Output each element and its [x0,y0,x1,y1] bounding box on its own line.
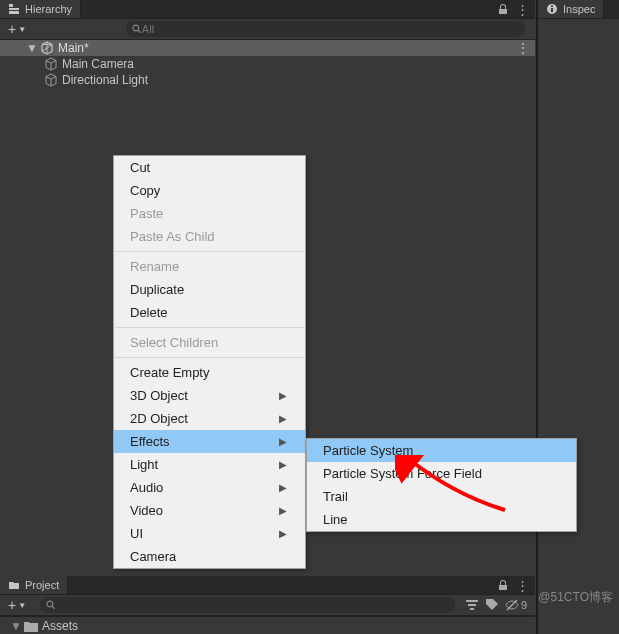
project-tab-label: Project [25,579,59,591]
submenu-arrow-icon: ▶ [279,528,287,539]
svg-point-2 [47,601,53,607]
filter-icon[interactable] [465,598,479,612]
menu-item-select-children: Select Children [114,331,305,354]
menu-item-create-empty[interactable]: Create Empty [114,361,305,384]
svg-point-0 [133,25,139,31]
unity-icon [40,41,54,55]
submenu-item-particle-system[interactable]: Particle System [307,439,576,462]
hierarchy-tab-bar: Hierarchy ⋮ [0,0,535,19]
submenu-arrow-icon: ▶ [279,482,287,493]
watermark: @51CTO博客 [538,589,613,606]
menu-item-ui[interactable]: UI▶ [114,522,305,545]
inspector-tab[interactable]: Inspec [538,0,604,18]
panel-menu-icon[interactable]: ⋮ [516,578,529,593]
folder-icon [8,579,20,591]
inspector-tab-label: Inspec [563,3,595,15]
menu-item-audio[interactable]: Audio▶ [114,476,305,499]
context-menu: Cut Copy Paste Paste As Child Rename Dup… [113,155,306,569]
assets-label: Assets [42,619,78,633]
scene-row[interactable]: ▼ Main* ⋮ [0,40,535,56]
add-button[interactable]: + ▼ [4,21,30,37]
svg-line-1 [138,30,140,32]
menu-item-camera[interactable]: Camera [114,545,305,568]
submenu-arrow-icon: ▶ [279,413,287,424]
gameobject-name: Directional Light [62,73,148,87]
submenu-arrow-icon: ▶ [279,390,287,401]
menu-item-delete[interactable]: Delete [114,301,305,324]
foldout-icon[interactable]: ▼ [26,41,36,55]
foldout-icon[interactable]: ▼ [10,619,20,633]
menu-item-video[interactable]: Video▶ [114,499,305,522]
gameobject-row[interactable]: Main Camera [0,56,535,72]
submenu-arrow-icon: ▶ [279,436,287,447]
inspector-panel: Inspec [536,0,619,634]
submenu-item-particle-force-field[interactable]: Particle System Force Field [307,462,576,485]
label-icon[interactable] [485,598,499,612]
plus-icon: + [8,597,16,613]
search-input[interactable] [56,599,449,611]
menu-item-rename: Rename [114,255,305,278]
menu-item-duplicate[interactable]: Duplicate [114,278,305,301]
gameobject-icon [44,73,58,87]
menu-item-effects[interactable]: Effects▶ [114,430,305,453]
gameobject-row[interactable]: Directional Light [0,72,535,88]
hierarchy-tab[interactable]: Hierarchy [0,0,81,18]
hierarchy-icon [8,3,20,15]
menu-item-paste: Paste [114,202,305,225]
dropdown-icon: ▼ [18,601,26,610]
svg-rect-4 [466,600,478,602]
project-panel: Project ⋮ + ▼ 9 [0,576,535,634]
menu-item-cut[interactable]: Cut [114,156,305,179]
menu-item-paste-as-child: Paste As Child [114,225,305,248]
menu-item-2d-object[interactable]: 2D Object▶ [114,407,305,430]
panel-menu-icon[interactable]: ⋮ [516,2,529,17]
svg-line-3 [52,606,54,608]
menu-item-3d-object[interactable]: 3D Object▶ [114,384,305,407]
lock-icon[interactable] [498,580,508,590]
dropdown-icon: ▼ [18,25,26,34]
assets-row[interactable]: ▼ Assets [0,616,535,634]
hierarchy-toolbar: + ▼ [0,19,535,40]
submenu-arrow-icon: ▶ [279,505,287,516]
search-input[interactable] [142,23,519,35]
hierarchy-search[interactable] [126,21,525,37]
hidden-toggle[interactable]: 9 [505,598,527,612]
lock-icon[interactable] [498,4,508,14]
svg-rect-10 [551,6,553,8]
project-toolbar: + ▼ 9 [0,595,535,616]
scene-menu-icon[interactable]: ⋮ [517,41,529,55]
hidden-count: 9 [521,599,527,611]
project-tab[interactable]: Project [0,576,68,594]
svg-rect-9 [551,8,553,12]
scene-name: Main* [58,41,89,55]
submenu-item-line[interactable]: Line [307,508,576,531]
gameobject-name: Main Camera [62,57,134,71]
context-submenu-effects: Particle System Particle System Force Fi… [306,438,577,532]
add-button[interactable]: + ▼ [4,597,30,613]
menu-item-light[interactable]: Light▶ [114,453,305,476]
menu-item-copy[interactable]: Copy [114,179,305,202]
menu-separator [115,327,304,328]
svg-rect-5 [468,604,476,606]
hierarchy-tab-label: Hierarchy [25,3,72,15]
project-tab-bar: Project ⋮ [0,576,535,595]
folder-icon [24,620,38,632]
gameobject-icon [44,57,58,71]
info-icon [546,3,558,15]
submenu-arrow-icon: ▶ [279,459,287,470]
menu-separator [115,357,304,358]
search-icon [46,600,56,610]
menu-separator [115,251,304,252]
plus-icon: + [8,21,16,37]
eye-off-icon [505,598,519,612]
svg-rect-6 [470,608,474,610]
submenu-item-trail[interactable]: Trail [307,485,576,508]
project-search[interactable] [40,597,455,613]
search-icon [132,24,142,34]
